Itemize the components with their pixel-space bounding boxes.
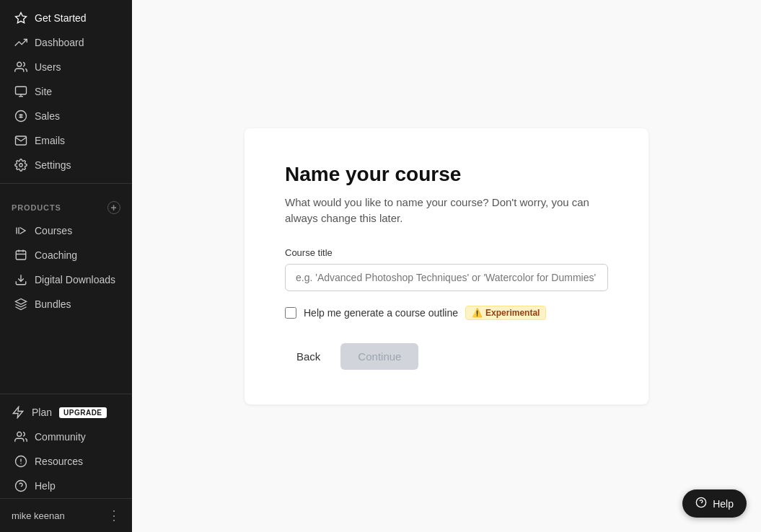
sidebar-item-label: Coaching: [35, 249, 77, 261]
main-content: Name your course What would you like to …: [132, 0, 761, 532]
svg-rect-10: [16, 251, 26, 260]
help-float-button[interactable]: Help: [682, 489, 747, 518]
generate-outline-checkbox[interactable]: [285, 307, 296, 319]
user-row: mike keenan ⋮: [0, 498, 132, 532]
sidebar-item-get-started[interactable]: Get Started: [3, 6, 129, 30]
sidebar-item-label: Settings: [35, 159, 71, 171]
trending-up-icon: [14, 36, 27, 49]
download-icon: [14, 273, 27, 286]
courses-icon: [14, 224, 27, 237]
products-section-label: PRODUCTS +: [0, 190, 132, 218]
sidebar: Get Started Dashboard Users Site: [0, 0, 132, 532]
sidebar-item-label: Dashboard: [35, 37, 84, 48]
bolt-icon: [12, 406, 25, 419]
svg-marker-0: [16, 13, 27, 23]
user-menu-icon[interactable]: ⋮: [107, 507, 120, 523]
settings-icon: [14, 159, 27, 172]
form-card: Name your course What would you like to …: [245, 128, 648, 404]
svg-point-17: [17, 432, 22, 436]
svg-point-7: [19, 164, 23, 167]
add-product-button[interactable]: +: [107, 201, 120, 214]
mail-icon: [14, 134, 27, 147]
sidebar-item-label: Resources: [35, 456, 83, 467]
checkbox-label: Help me generate a course outline: [304, 307, 458, 319]
dollar-icon: [14, 110, 27, 123]
svg-point-19: [16, 481, 27, 492]
sidebar-item-label: Community: [35, 431, 86, 443]
experimental-label: Experimental: [485, 308, 540, 318]
sidebar-item-label: Digital Downloads: [35, 274, 115, 285]
plan-label: Plan: [32, 407, 52, 418]
course-title-input[interactable]: [285, 264, 608, 291]
sidebar-item-settings[interactable]: Settings: [3, 153, 129, 177]
back-button[interactable]: Back: [285, 343, 332, 370]
course-title-label: Course title: [285, 247, 608, 258]
sidebar-item-label: Bundles: [35, 298, 71, 310]
sidebar-item-users[interactable]: Users: [3, 55, 129, 79]
user-name: mike keenan: [12, 510, 65, 521]
experimental-badge: ⚠️ Experimental: [465, 306, 546, 320]
svg-point-1: [17, 62, 22, 66]
sidebar-item-dashboard[interactable]: Dashboard: [3, 30, 129, 55]
sidebar-item-label: Users: [35, 61, 61, 73]
sidebar-item-label: Courses: [35, 225, 72, 236]
continue-button[interactable]: Continue: [340, 343, 418, 370]
sidebar-item-label: Sales: [35, 110, 60, 122]
sidebar-item-coaching[interactable]: Coaching: [3, 243, 129, 267]
users-icon: [14, 61, 27, 74]
sidebar-item-label: Get Started: [35, 12, 87, 24]
button-row: Back Continue: [285, 343, 608, 370]
svg-marker-15: [16, 299, 27, 305]
sidebar-item-label: Site: [35, 86, 52, 97]
upgrade-badge[interactable]: UPGRADE: [59, 407, 107, 418]
sidebar-item-label: Help: [35, 480, 56, 492]
sidebar-item-label: Emails: [35, 135, 65, 146]
sidebar-item-community[interactable]: Community: [3, 425, 129, 449]
sidebar-item-bundles[interactable]: Bundles: [3, 292, 129, 316]
sidebar-item-emails[interactable]: Emails: [3, 128, 129, 153]
monitor-icon: [14, 85, 27, 98]
resources-icon: [14, 455, 27, 468]
svg-marker-16: [13, 407, 23, 418]
sidebar-item-resources[interactable]: Resources: [3, 449, 129, 474]
page-title: Name your course: [285, 163, 608, 186]
help-float-icon: [695, 497, 707, 510]
sidebar-item-site[interactable]: Site: [3, 79, 129, 104]
bundles-icon: [14, 298, 27, 311]
sidebar-item-sales[interactable]: Sales: [3, 104, 129, 128]
community-icon: [14, 430, 27, 443]
warning-icon: ⚠️: [472, 308, 483, 318]
sidebar-item-digital-downloads[interactable]: Digital Downloads: [3, 267, 129, 292]
help-float-label: Help: [713, 498, 734, 510]
coaching-icon: [14, 249, 27, 262]
sidebar-item-plan[interactable]: Plan UPGRADE: [0, 400, 132, 425]
svg-rect-2: [16, 87, 27, 94]
page-subtitle: What would you like to name your course?…: [285, 195, 608, 227]
help-icon: [14, 479, 27, 492]
sidebar-item-help[interactable]: Help: [3, 474, 129, 498]
sidebar-item-courses[interactable]: Courses: [3, 218, 129, 243]
generate-outline-row: Help me generate a course outline ⚠️ Exp…: [285, 306, 608, 320]
star-icon: [14, 12, 27, 25]
